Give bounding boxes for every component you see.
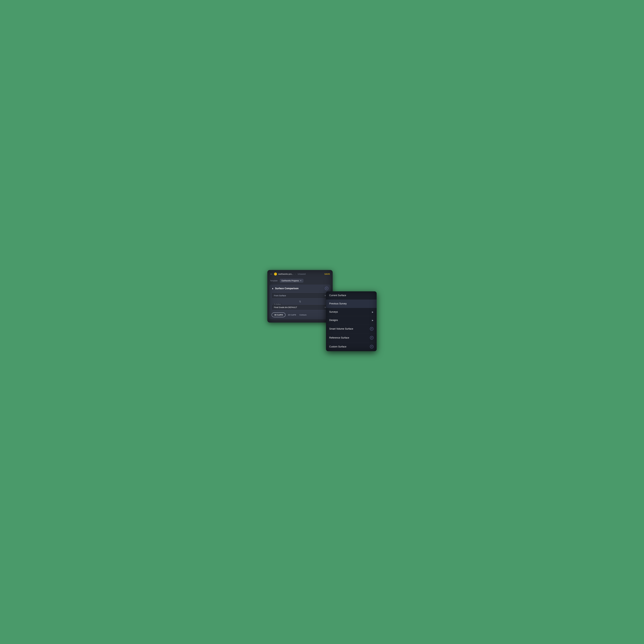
menu-item-smart-volume[interactable]: Smart Volume Surface ?: [326, 324, 377, 333]
surveys-chevron-icon: ▶: [372, 311, 373, 313]
to-surface-chevron-icon: ▼: [324, 306, 326, 308]
menu-item-previous-survey-label: Previous Survey: [329, 302, 347, 305]
to-surface-wrapper: To Surface Final Grade.ttm:DEFAULT ▼: [272, 304, 328, 310]
save-button[interactable]: SAVE: [324, 273, 330, 275]
from-surface-text: From Surface: [274, 294, 286, 297]
menu-item-current-surface[interactable]: Current Surface: [326, 291, 377, 300]
mountain-icon: ▲: [272, 287, 274, 290]
to-surface-label: To Surface: [273, 303, 281, 305]
menu-item-current-surface-label: Current Surface: [329, 294, 346, 297]
menu-item-smart-volume-label: Smart Volume Surface: [329, 327, 353, 330]
back-button[interactable]: ←: [270, 272, 273, 275]
main-card: ← earthworks-pro... - Unsaved SAVE Templ…: [267, 270, 333, 323]
section-header: ▲ Surface Comparison ?: [272, 287, 328, 290]
dropdown-menu: Current Surface Previous Survey Surveys …: [326, 291, 377, 351]
designs-chevron-icon: ▶: [372, 319, 373, 321]
to-surface-content: Final Grade.ttm:DEFAULT ▼: [274, 305, 326, 308]
menu-item-reference-surface-right: ?: [370, 336, 373, 339]
menu-item-reference-surface-label: Reference Surface: [329, 336, 349, 339]
buttons-row: 3D Cut/Fill 2D Cut/Fill Contours: [272, 313, 328, 317]
menu-item-custom-surface[interactable]: Custom Surface ?: [326, 342, 377, 351]
template-dropdown[interactable]: Earthworks Progress ▼: [280, 279, 303, 283]
menu-item-surveys-label: Surveys: [329, 311, 338, 313]
menu-item-custom-surface-label: Custom Surface: [329, 345, 346, 348]
cut-fill-3d-button[interactable]: 3D Cut/Fill: [272, 313, 285, 317]
menu-item-surveys-right: ▶: [372, 311, 373, 313]
from-surface-dropdown[interactable]: From Surface ▼: [272, 293, 328, 299]
menu-item-designs-right: ▶: [372, 319, 373, 321]
section-title: Surface Comparison: [275, 287, 299, 290]
contours-button[interactable]: Contours: [298, 313, 308, 317]
template-row: Template Earthworks Progress ▼: [267, 277, 333, 285]
menu-item-custom-surface-right: ?: [370, 345, 373, 348]
menu-item-previous-survey[interactable]: Previous Survey: [326, 300, 377, 308]
from-surface-chevron-icon: ▼: [324, 295, 326, 297]
menu-item-designs-label: Designs: [329, 319, 338, 322]
reference-surface-help-icon[interactable]: ?: [370, 336, 373, 339]
template-label: Template: [270, 280, 278, 282]
swap-icon[interactable]: ⇅: [272, 300, 328, 303]
section-help-icon[interactable]: ?: [325, 287, 328, 290]
scene: ← earthworks-pro... - Unsaved SAVE Templ…: [267, 270, 377, 374]
unsaved-label: Unsaved: [298, 273, 306, 275]
header: ← earthworks-pro... - Unsaved SAVE: [267, 270, 333, 277]
smart-volume-help-icon[interactable]: ?: [370, 327, 373, 331]
to-surface-value: Final Grade.ttm:DEFAULT: [274, 306, 297, 308]
custom-surface-help-icon[interactable]: ?: [370, 345, 373, 348]
menu-item-designs[interactable]: Designs ▶: [326, 316, 377, 324]
template-chevron-icon: ▼: [300, 280, 302, 282]
menu-item-surveys[interactable]: Surveys ▶: [326, 308, 377, 316]
project-name: earthworks-pro...: [278, 273, 293, 275]
section-title-group: ▲ Surface Comparison: [272, 287, 299, 290]
panel-body: ▲ Surface Comparison ? From Surface ▼ ⇅ …: [269, 285, 331, 319]
cut-fill-2d-button[interactable]: 2D Cut/Fill: [287, 313, 297, 317]
project-icon: [274, 273, 277, 275]
unsaved-separator: -: [295, 273, 296, 275]
menu-item-smart-volume-right: ?: [370, 327, 373, 331]
menu-item-reference-surface[interactable]: Reference Surface ?: [326, 333, 377, 342]
template-value: Earthworks Progress: [282, 280, 299, 282]
